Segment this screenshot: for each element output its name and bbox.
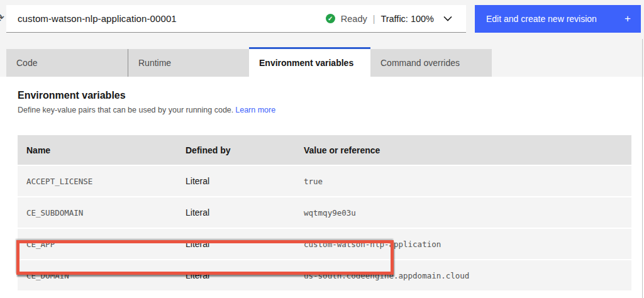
- table-row[interactable]: CE_SUBDOMAIN Literal wqtmqy9e03u: [18, 196, 631, 228]
- check-circle-icon: ✓: [326, 14, 335, 23]
- section-description: Define key-value pairs that can be used …: [18, 106, 275, 114]
- section-title: Environment variables: [18, 90, 126, 101]
- edit-button-label: Edit and create new revision: [486, 14, 597, 24]
- column-header-defined-by: Defined by: [186, 145, 304, 155]
- env-var-value: wqtmqy9e03u: [304, 208, 631, 218]
- env-var-name: CE_APP: [18, 240, 186, 249]
- env-var-defined-by: Literal: [186, 239, 304, 249]
- env-var-name: CE_DOMAIN: [18, 271, 186, 280]
- table-row[interactable]: CE_APP Literal custom-watson-nlp-applica…: [18, 228, 631, 259]
- tab-runtime[interactable]: Runtime: [128, 49, 249, 77]
- edit-create-revision-button[interactable]: Edit and create new revision +: [475, 5, 641, 33]
- plus-icon: +: [625, 13, 631, 25]
- application-name: custom-watson-nlp-application-00001: [6, 13, 177, 24]
- env-var-value: us-south.codeengine.appdomain.cloud: [304, 271, 631, 280]
- application-name-bar: custom-watson-nlp-application-00001 ✓ Re…: [6, 5, 466, 33]
- table-header-row: Name Defined by Value or reference: [18, 135, 631, 165]
- tab-code[interactable]: Code: [6, 49, 128, 77]
- env-var-defined-by: Literal: [186, 207, 304, 218]
- table-row[interactable]: ACCEPT_LICENSE Literal true: [18, 165, 631, 196]
- env-var-name: ACCEPT_LICENSE: [18, 177, 186, 186]
- status-separator: |: [373, 14, 375, 24]
- tab-bar: Code Runtime Environment variables Comma…: [6, 49, 492, 77]
- status-traffic-dropdown[interactable]: ✓ Ready | Traffic: 100%: [326, 5, 452, 32]
- table-row[interactable]: CE_DOMAIN Literal us-south.codeengine.ap…: [18, 259, 631, 290]
- page-edge-divider: [642, 39, 643, 298]
- status-ready-label: Ready: [341, 14, 367, 24]
- code-engine-application-page: ⟳ custom-watson-nlp-application-00001 ✓ …: [0, 0, 644, 298]
- env-var-value: custom-watson-nlp-application: [304, 240, 631, 249]
- env-vars-table: Name Defined by Value or reference ACCEP…: [18, 135, 631, 290]
- refresh-icon[interactable]: ⟳: [0, 11, 4, 25]
- tab-command-overrides[interactable]: Command overrides: [370, 49, 492, 77]
- env-var-defined-by: Literal: [186, 176, 304, 186]
- traffic-label: Traffic: 100%: [380, 14, 434, 24]
- column-header-name: Name: [18, 145, 186, 155]
- env-var-defined-by: Literal: [186, 270, 304, 280]
- tab-content: Environment variables Define key-value p…: [0, 77, 644, 298]
- env-var-name: CE_SUBDOMAIN: [18, 208, 186, 218]
- section-description-text: Define key-value pairs that can be used …: [18, 106, 233, 114]
- tab-environment-variables[interactable]: Environment variables: [249, 47, 370, 77]
- env-var-value: true: [304, 177, 631, 186]
- learn-more-link[interactable]: Learn more: [235, 106, 275, 114]
- column-header-value: Value or reference: [304, 145, 631, 155]
- chevron-down-icon[interactable]: [443, 16, 452, 21]
